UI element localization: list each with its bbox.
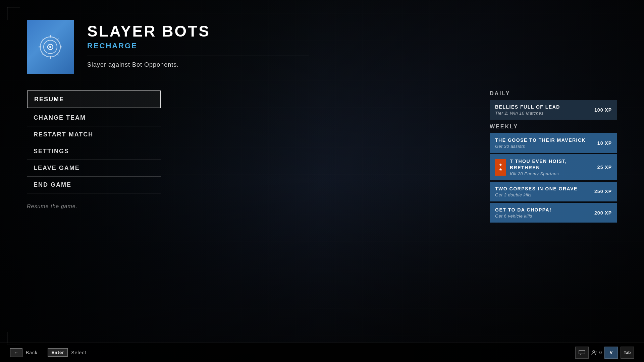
challenge-name: TWO CORPSES IN ONE GRAVE bbox=[495, 186, 589, 192]
svg-line-8 bbox=[42, 39, 43, 40]
game-type-subtitle: RECHARGE bbox=[87, 42, 309, 50]
select-key-text: Enter bbox=[51, 350, 64, 355]
challenge-name: T THOU EVEN HOIST, BRETHREN bbox=[510, 158, 592, 170]
challenge-desc: Kill 20 Enemy Spartans bbox=[510, 171, 592, 176]
challenge-info: THE GOOSE TO THEIR MAVERICK Get 30 assis… bbox=[495, 137, 592, 149]
bottom-controls-left: ← Back Enter Select bbox=[10, 348, 86, 357]
menu-help-text: Resume the game. bbox=[27, 203, 161, 209]
star-icon-1: ★ bbox=[499, 163, 502, 167]
challenges-inner: DAILY BELLIES FULL OF LEAD Tier 2: Win 1… bbox=[490, 90, 617, 223]
menu-items-list: RESUME CHANGE TEAM RESTART MATCH SETTING… bbox=[27, 90, 161, 193]
challenge-desc: Get 6 vehicle kills bbox=[495, 214, 589, 219]
menu-item-settings[interactable]: SETTINGS bbox=[27, 143, 161, 160]
challenge-goose-maverick: THE GOOSE TO THEIR MAVERICK Get 30 assis… bbox=[490, 133, 617, 153]
back-key-badge: ← bbox=[10, 348, 22, 357]
menu-item-restart-match[interactable]: RESTART MATCH bbox=[27, 126, 161, 143]
crosshair-icon bbox=[37, 34, 64, 60]
menu-item-resume[interactable]: RESUME bbox=[27, 90, 161, 108]
bottom-controls-right: 0 V Tab bbox=[575, 347, 634, 359]
svg-line-11 bbox=[57, 54, 59, 55]
menu-item-end-game[interactable]: END GAME bbox=[27, 177, 161, 193]
challenge-xp: 100 XP bbox=[594, 107, 612, 113]
challenge-desc: Get 3 double kills bbox=[495, 192, 589, 197]
menu-item-leave-game[interactable]: LEAVE GAME bbox=[27, 160, 161, 177]
challenge-xp: 10 XP bbox=[597, 140, 612, 146]
star-badge: ★ ★ bbox=[495, 159, 506, 176]
weekly-label: WEEKLY bbox=[490, 124, 617, 130]
tab-key-label: Tab bbox=[624, 350, 631, 355]
tab-key-button[interactable]: Tab bbox=[621, 347, 634, 359]
player-count: 0 bbox=[599, 350, 602, 355]
chat-icon bbox=[579, 350, 585, 355]
challenge-name: BELLIES FULL OF LEAD bbox=[495, 104, 589, 110]
challenge-info: GET TO DA CHOPPA! Get 6 vehicle kills bbox=[495, 207, 589, 219]
header-info: SLAYER BOTS RECHARGE Slayer against Bot … bbox=[87, 20, 309, 68]
challenge-name: GET TO DA CHOPPA! bbox=[495, 207, 589, 213]
menu-section: RESUME CHANGE TEAM RESTART MATCH SETTING… bbox=[27, 90, 161, 328]
challenge-desc: Get 30 assists bbox=[495, 144, 592, 149]
challenge-desc: Tier 2: Win 10 Matches bbox=[495, 111, 589, 116]
back-arrow-icon: ← bbox=[14, 350, 19, 355]
challenge-bellies-full: BELLIES FULL OF LEAD Tier 2: Win 10 Matc… bbox=[490, 100, 617, 120]
game-type-title: SLAYER BOTS bbox=[87, 23, 309, 39]
challenge-name: THE GOOSE TO THEIR MAVERICK bbox=[495, 137, 592, 143]
chat-button[interactable] bbox=[575, 347, 589, 359]
svg-point-13 bbox=[593, 351, 595, 353]
select-label: Select bbox=[71, 350, 86, 355]
game-mode-icon bbox=[27, 20, 74, 74]
content-area: RESUME CHANGE TEAM RESTART MATCH SETTING… bbox=[27, 90, 617, 328]
select-control-hint: Enter Select bbox=[48, 348, 86, 357]
challenge-xp: 25 XP bbox=[597, 165, 612, 170]
back-label: Back bbox=[26, 350, 38, 355]
bottom-bar: ← Back Enter Select 0 bbox=[0, 343, 644, 362]
challenge-two-corpses: TWO CORPSES IN ONE GRAVE Get 3 double ki… bbox=[490, 182, 617, 201]
svg-line-9 bbox=[57, 39, 59, 40]
player-count-badge: 0 bbox=[591, 350, 602, 356]
challenge-hoist-brethren: ★ ★ T THOU EVEN HOIST, BRETHREN Kill 20 … bbox=[490, 154, 617, 180]
back-control-hint: ← Back bbox=[10, 348, 38, 357]
v-key-label: V bbox=[610, 350, 613, 355]
challenges-panel: DAILY BELLIES FULL OF LEAD Tier 2: Win 1… bbox=[409, 90, 617, 328]
main-content: SLAYER BOTS RECHARGE Slayer against Bot … bbox=[0, 0, 644, 342]
challenge-get-to-choppa: GET TO DA CHOPPA! Get 6 vehicle kills 20… bbox=[490, 203, 617, 223]
challenge-xp: 250 XP bbox=[594, 189, 612, 194]
daily-label: DAILY bbox=[490, 90, 617, 97]
players-icon bbox=[591, 350, 597, 356]
menu-item-change-team[interactable]: CHANGE TEAM bbox=[27, 110, 161, 126]
v-key-button[interactable]: V bbox=[604, 347, 618, 359]
star-icon-2: ★ bbox=[499, 168, 502, 172]
svg-rect-12 bbox=[579, 350, 585, 354]
header-section: SLAYER BOTS RECHARGE Slayer against Bot … bbox=[27, 20, 617, 74]
svg-point-3 bbox=[49, 46, 51, 48]
challenge-info: BELLIES FULL OF LEAD Tier 2: Win 10 Matc… bbox=[495, 104, 589, 116]
spacer bbox=[181, 90, 389, 328]
challenge-info: T THOU EVEN HOIST, BRETHREN Kill 20 Enem… bbox=[510, 158, 592, 176]
challenge-xp: 200 XP bbox=[594, 210, 612, 216]
svg-line-10 bbox=[42, 54, 43, 55]
challenge-info: TWO CORPSES IN ONE GRAVE Get 3 double ki… bbox=[495, 186, 589, 197]
select-key-badge: Enter bbox=[48, 348, 68, 357]
header-divider bbox=[87, 56, 309, 56]
game-description: Slayer against Bot Opponents. bbox=[87, 61, 309, 68]
